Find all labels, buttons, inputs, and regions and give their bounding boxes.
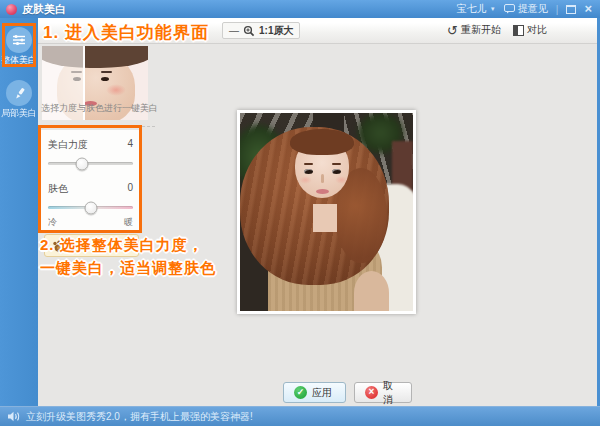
sidebar-item-label: 整体美白 bbox=[0, 55, 38, 65]
portrait-arm bbox=[354, 271, 389, 311]
panel-caption: 选择力度与肤色进行一键美白 bbox=[41, 102, 165, 115]
thumbnail-detail bbox=[101, 71, 112, 73]
app-window: 皮肤美白 宝七儿 ▼ 提意见 | × bbox=[0, 0, 600, 426]
window-title: 皮肤美白 bbox=[22, 2, 66, 17]
warm-label: 暖 bbox=[124, 216, 133, 229]
slider-panel: 美白力度 4 肤色 0 冷 暖 bbox=[40, 130, 141, 232]
portrait-photo bbox=[240, 113, 413, 311]
zoom-controls: — 1:1原大 bbox=[222, 22, 300, 39]
restart-label: 重新开始 bbox=[461, 23, 501, 37]
compare-button[interactable]: 对比 bbox=[513, 23, 547, 37]
chevron-down-icon: ▼ bbox=[490, 6, 496, 12]
skin-tone-label: 肤色 bbox=[48, 182, 68, 196]
sidebar: 整体美白 局部美白 bbox=[0, 18, 38, 406]
portrait-neck bbox=[313, 204, 337, 232]
restart-icon: ↺ bbox=[447, 25, 458, 36]
status-bar: 立刻升级美图秀秀2.0，拥有手机上最强的美容神器! bbox=[0, 406, 600, 426]
cancel-button[interactable]: × 取消 bbox=[354, 382, 412, 403]
titlebar-separator: | bbox=[556, 4, 559, 15]
skin-tone-value: 0 bbox=[127, 182, 133, 196]
divider bbox=[43, 126, 155, 127]
check-icon: ✓ bbox=[294, 386, 307, 399]
zoom-out-button[interactable]: — bbox=[229, 26, 239, 36]
strength-value: 4 bbox=[127, 138, 133, 152]
compare-label: 对比 bbox=[527, 23, 547, 37]
speech-bubble-icon bbox=[504, 4, 515, 14]
speaker-icon bbox=[8, 411, 21, 422]
skin-tone-slider[interactable] bbox=[48, 206, 133, 209]
canvas-toolbar: — 1:1原大 ↺ 重新开始 对比 bbox=[38, 18, 597, 44]
sidebar-item-label: 局部美白 bbox=[0, 108, 38, 118]
sidebar-item-partial-whitening[interactable]: 局部美白 bbox=[0, 80, 38, 118]
close-button[interactable]: × bbox=[584, 4, 592, 14]
status-message[interactable]: 立刻升级美图秀秀2.0，拥有手机上最强的美容神器! bbox=[26, 410, 253, 424]
user-name: 宝七儿 bbox=[457, 2, 487, 16]
one-key-whitening-button[interactable] bbox=[44, 234, 139, 257]
paw-icon bbox=[51, 238, 67, 254]
magnifier-icon[interactable] bbox=[243, 25, 255, 37]
action-buttons: ✓ 应用 × 取消 bbox=[283, 382, 412, 403]
restart-button[interactable]: ↺ 重新开始 bbox=[447, 23, 501, 37]
x-icon: × bbox=[365, 386, 378, 399]
cancel-label: 取消 bbox=[383, 379, 401, 407]
app-logo-icon bbox=[6, 4, 17, 15]
user-menu[interactable]: 宝七儿 ▼ bbox=[457, 2, 496, 16]
feedback-label: 提意见 bbox=[518, 2, 548, 16]
sliders-icon bbox=[6, 27, 32, 53]
strength-label: 美白力度 bbox=[48, 138, 88, 152]
maximize-button[interactable] bbox=[566, 5, 576, 14]
strength-slider-thumb[interactable] bbox=[76, 157, 89, 170]
zoom-1to1-button[interactable]: 1:1原大 bbox=[259, 24, 293, 38]
title-bar: 皮肤美白 宝七儿 ▼ 提意见 | × bbox=[0, 0, 600, 18]
portrait-detail bbox=[321, 174, 324, 183]
apply-label: 应用 bbox=[312, 386, 332, 400]
cold-label: 冷 bbox=[48, 216, 57, 229]
portrait-bangs bbox=[290, 129, 354, 155]
sidebar-item-overall-whitening[interactable]: 整体美白 bbox=[0, 27, 38, 65]
skin-tone-slider-thumb[interactable] bbox=[84, 201, 97, 214]
compare-icon bbox=[513, 25, 524, 36]
apply-button[interactable]: ✓ 应用 bbox=[283, 382, 346, 403]
brush-icon bbox=[6, 80, 32, 106]
photo-canvas[interactable] bbox=[237, 110, 416, 314]
feedback-button[interactable]: 提意见 bbox=[504, 2, 548, 16]
strength-slider[interactable] bbox=[48, 162, 133, 165]
main-area: — 1:1原大 ↺ 重新开始 对比 bbox=[38, 18, 597, 406]
